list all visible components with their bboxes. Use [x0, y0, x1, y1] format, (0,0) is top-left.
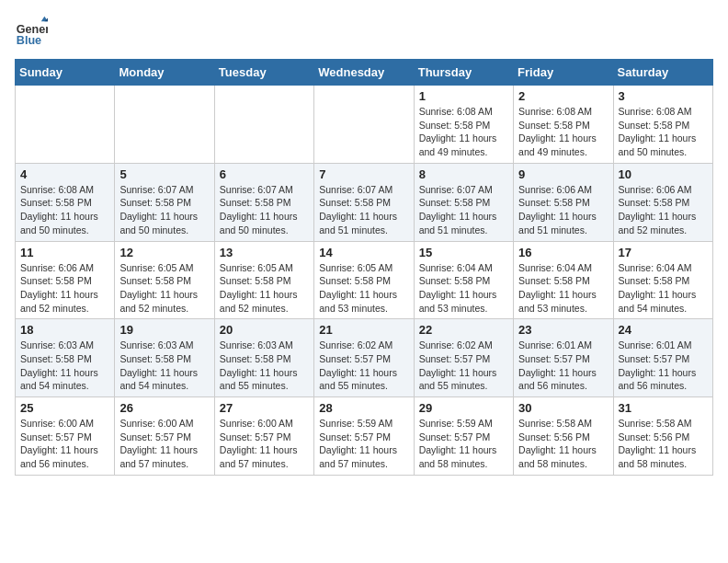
day-info: Sunrise: 5:59 AMSunset: 5:57 PMDaylight:… [319, 417, 408, 471]
day-number: 14 [319, 246, 408, 259]
calendar-cell: 20Sunrise: 6:03 AMSunset: 5:58 PMDayligh… [214, 319, 313, 397]
calendar-cell: 15Sunrise: 6:04 AMSunset: 5:58 PMDayligh… [414, 241, 513, 319]
calendar-header-row: SundayMondayTuesdayWednesdayThursdayFrid… [16, 60, 713, 86]
calendar-cell: 2Sunrise: 6:08 AMSunset: 5:58 PMDaylight… [514, 86, 613, 164]
calendar-cell: 25Sunrise: 6:00 AMSunset: 5:57 PMDayligh… [16, 397, 115, 476]
day-info: Sunrise: 6:07 AMSunset: 5:58 PMDaylight:… [319, 183, 408, 237]
calendar-cell [115, 86, 214, 164]
calendar-table: SundayMondayTuesdayWednesdayThursdayFrid… [15, 59, 713, 476]
day-number: 3 [619, 89, 708, 103]
day-info: Sunrise: 6:05 AMSunset: 5:58 PMDaylight:… [319, 261, 408, 316]
calendar-cell: 27Sunrise: 6:00 AMSunset: 5:57 PMDayligh… [214, 397, 313, 476]
day-number: 16 [518, 246, 608, 259]
calendar-cell: 11Sunrise: 6:06 AMSunset: 5:58 PMDayligh… [16, 241, 115, 319]
calendar-cell: 6Sunrise: 6:07 AMSunset: 5:58 PMDaylight… [214, 163, 313, 241]
calendar-cell: 18Sunrise: 6:03 AMSunset: 5:58 PMDayligh… [16, 319, 115, 397]
day-number: 23 [518, 323, 608, 337]
day-info: Sunrise: 6:07 AMSunset: 5:58 PMDaylight:… [220, 183, 309, 237]
day-number: 8 [419, 167, 508, 181]
day-info: Sunrise: 6:03 AMSunset: 5:58 PMDaylight:… [119, 339, 209, 393]
col-header-thursday: Thursday [414, 60, 513, 86]
col-header-monday: Monday [115, 60, 214, 86]
day-info: Sunrise: 6:08 AMSunset: 5:58 PMDaylight:… [20, 183, 109, 237]
day-number: 24 [619, 323, 708, 337]
day-number: 30 [518, 401, 608, 415]
day-number: 27 [220, 401, 309, 415]
calendar-cell: 4Sunrise: 6:08 AMSunset: 5:58 PMDaylight… [16, 163, 115, 241]
day-number: 13 [220, 246, 309, 259]
day-number: 4 [20, 167, 109, 181]
day-info: Sunrise: 6:06 AMSunset: 5:58 PMDaylight:… [20, 261, 109, 316]
day-number: 21 [319, 323, 408, 337]
calendar-cell: 1Sunrise: 6:08 AMSunset: 5:58 PMDaylight… [414, 86, 513, 164]
day-number: 28 [319, 401, 408, 415]
day-info: Sunrise: 5:58 AMSunset: 5:56 PMDaylight:… [518, 417, 608, 471]
day-number: 10 [619, 167, 708, 181]
calendar-cell: 7Sunrise: 6:07 AMSunset: 5:58 PMDaylight… [314, 163, 414, 241]
col-header-sunday: Sunday [16, 60, 115, 86]
calendar-week-5: 25Sunrise: 6:00 AMSunset: 5:57 PMDayligh… [16, 397, 713, 476]
calendar-cell: 17Sunrise: 6:04 AMSunset: 5:58 PMDayligh… [613, 241, 712, 319]
col-header-wednesday: Wednesday [314, 60, 414, 86]
calendar-cell: 12Sunrise: 6:05 AMSunset: 5:58 PMDayligh… [115, 241, 214, 319]
calendar-cell: 8Sunrise: 6:07 AMSunset: 5:58 PMDaylight… [414, 163, 513, 241]
calendar-cell: 10Sunrise: 6:06 AMSunset: 5:58 PMDayligh… [613, 163, 712, 241]
calendar-cell: 31Sunrise: 5:58 AMSunset: 5:56 PMDayligh… [613, 397, 712, 476]
day-info: Sunrise: 6:05 AMSunset: 5:58 PMDaylight:… [119, 261, 209, 316]
calendar-cell: 19Sunrise: 6:03 AMSunset: 5:58 PMDayligh… [115, 319, 214, 397]
calendar-cell: 29Sunrise: 5:59 AMSunset: 5:57 PMDayligh… [414, 397, 513, 476]
day-number: 11 [20, 246, 109, 259]
day-info: Sunrise: 6:02 AMSunset: 5:57 PMDaylight:… [319, 339, 408, 393]
day-number: 1 [419, 89, 508, 103]
calendar-cell: 23Sunrise: 6:01 AMSunset: 5:57 PMDayligh… [514, 319, 613, 397]
logo: General Blue [15, 15, 48, 48]
day-number: 31 [619, 401, 708, 415]
calendar-cell: 9Sunrise: 6:06 AMSunset: 5:58 PMDaylight… [514, 163, 613, 241]
day-number: 25 [20, 401, 109, 415]
calendar-cell: 14Sunrise: 6:05 AMSunset: 5:58 PMDayligh… [314, 241, 414, 319]
day-number: 6 [220, 167, 309, 181]
calendar-week-4: 18Sunrise: 6:03 AMSunset: 5:58 PMDayligh… [16, 319, 713, 397]
day-info: Sunrise: 5:58 AMSunset: 5:56 PMDaylight:… [619, 417, 708, 471]
calendar-cell: 28Sunrise: 5:59 AMSunset: 5:57 PMDayligh… [314, 397, 414, 476]
calendar-cell: 21Sunrise: 6:02 AMSunset: 5:57 PMDayligh… [314, 319, 414, 397]
day-info: Sunrise: 6:03 AMSunset: 5:58 PMDaylight:… [20, 339, 109, 393]
col-header-saturday: Saturday [613, 60, 712, 86]
col-header-friday: Friday [514, 60, 613, 86]
calendar-cell: 5Sunrise: 6:07 AMSunset: 5:58 PMDaylight… [115, 163, 214, 241]
day-info: Sunrise: 6:08 AMSunset: 5:58 PMDaylight:… [419, 105, 508, 159]
day-info: Sunrise: 6:02 AMSunset: 5:57 PMDaylight:… [419, 339, 508, 393]
calendar-cell: 3Sunrise: 6:08 AMSunset: 5:58 PMDaylight… [613, 86, 712, 164]
day-number: 26 [119, 401, 209, 415]
day-info: Sunrise: 6:06 AMSunset: 5:58 PMDaylight:… [518, 183, 608, 237]
day-number: 2 [518, 89, 608, 103]
day-info: Sunrise: 6:00 AMSunset: 5:57 PMDaylight:… [20, 417, 109, 471]
day-number: 5 [119, 167, 209, 181]
calendar-cell: 30Sunrise: 5:58 AMSunset: 5:56 PMDayligh… [514, 397, 613, 476]
calendar-cell [314, 86, 414, 164]
calendar-cell: 26Sunrise: 6:00 AMSunset: 5:57 PMDayligh… [115, 397, 214, 476]
day-info: Sunrise: 6:04 AMSunset: 5:58 PMDaylight:… [619, 261, 708, 316]
calendar-cell: 24Sunrise: 6:01 AMSunset: 5:57 PMDayligh… [613, 319, 712, 397]
col-header-tuesday: Tuesday [214, 60, 313, 86]
calendar-cell [16, 86, 115, 164]
day-number: 15 [419, 246, 508, 259]
day-number: 29 [419, 401, 508, 415]
day-info: Sunrise: 6:01 AMSunset: 5:57 PMDaylight:… [518, 339, 608, 393]
day-info: Sunrise: 6:07 AMSunset: 5:58 PMDaylight:… [119, 183, 209, 237]
day-info: Sunrise: 6:07 AMSunset: 5:58 PMDaylight:… [419, 183, 508, 237]
calendar-cell: 22Sunrise: 6:02 AMSunset: 5:57 PMDayligh… [414, 319, 513, 397]
day-info: Sunrise: 6:04 AMSunset: 5:58 PMDaylight:… [419, 261, 508, 316]
svg-text:Blue: Blue [17, 34, 41, 47]
day-number: 7 [319, 167, 408, 181]
day-info: Sunrise: 6:08 AMSunset: 5:58 PMDaylight:… [518, 105, 608, 159]
day-number: 17 [619, 246, 708, 259]
day-info: Sunrise: 6:08 AMSunset: 5:58 PMDaylight:… [619, 105, 708, 159]
day-number: 20 [220, 323, 309, 337]
calendar-week-2: 4Sunrise: 6:08 AMSunset: 5:58 PMDaylight… [16, 163, 713, 241]
day-info: Sunrise: 6:01 AMSunset: 5:57 PMDaylight:… [619, 339, 708, 393]
logo-icon: General Blue [15, 15, 48, 48]
calendar-week-1: 1Sunrise: 6:08 AMSunset: 5:58 PMDaylight… [16, 86, 713, 164]
page-header: General Blue [15, 15, 713, 48]
day-info: Sunrise: 6:03 AMSunset: 5:58 PMDaylight:… [220, 339, 309, 393]
